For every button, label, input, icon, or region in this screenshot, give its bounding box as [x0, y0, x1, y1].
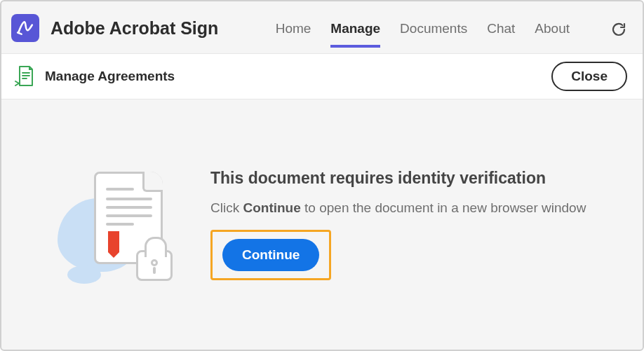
subheader: Manage Agreements Close: [1, 53, 643, 99]
refresh-icon: [610, 21, 627, 38]
message-body: Click Continue to open the document in a…: [210, 200, 622, 216]
message-title: This document requires identity verifica…: [210, 169, 622, 188]
verification-message: This document requires identity verifica…: [210, 169, 622, 280]
header: Adobe Acrobat Sign Home Manage Documents…: [1, 1, 643, 48]
acrobat-sign-icon: [16, 19, 34, 37]
nav-documents[interactable]: Documents: [400, 8, 467, 48]
nav-home[interactable]: Home: [276, 8, 311, 48]
nav-chat[interactable]: Chat: [487, 8, 515, 48]
app-logo: [11, 14, 39, 42]
nav-manage[interactable]: Manage: [330, 8, 380, 48]
close-button[interactable]: Close: [551, 62, 627, 91]
message-body-suffix: to open the document in a new browser wi…: [301, 200, 586, 215]
document-lock-illustration: [65, 162, 191, 288]
nav-tabs: Home Manage Documents Chat About: [276, 8, 627, 48]
app-window: Adobe Acrobat Sign Home Manage Documents…: [0, 0, 644, 351]
refresh-button[interactable]: [610, 8, 627, 48]
agreements-icon: [14, 64, 35, 88]
continue-button[interactable]: Continue: [222, 239, 319, 271]
message-body-strong: Continue: [243, 200, 300, 215]
message-body-prefix: Click: [210, 200, 243, 215]
nav-about[interactable]: About: [535, 8, 570, 48]
lock-icon: [136, 250, 173, 281]
app-title: Adobe Acrobat Sign: [51, 18, 218, 39]
content-area: This document requires identity verifica…: [1, 99, 643, 350]
continue-highlight: Continue: [210, 230, 331, 280]
subheader-title: Manage Agreements: [45, 69, 175, 84]
